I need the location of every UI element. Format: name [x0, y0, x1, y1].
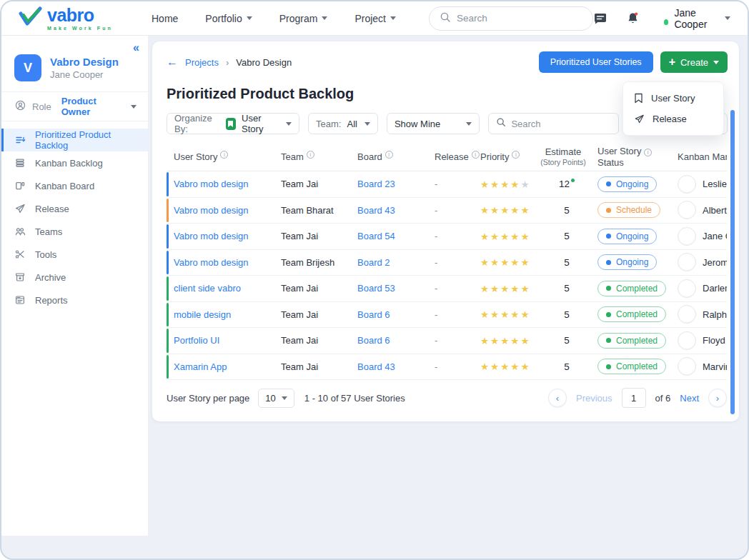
- chevron-down-icon: [282, 396, 287, 400]
- next-page-circle-button[interactable]: ›: [708, 389, 727, 407]
- avatar: [678, 201, 696, 219]
- user-menu[interactable]: Jane Cooper: [664, 7, 730, 30]
- priority-stars[interactable]: [480, 179, 531, 190]
- sidebar-item-release[interactable]: Release: [1, 197, 148, 220]
- nav-project[interactable]: Project: [354, 13, 396, 24]
- global-search-input[interactable]: [457, 13, 582, 24]
- create-menu-user-story[interactable]: User Story: [623, 88, 723, 109]
- status-badge[interactable]: Completed: [597, 306, 666, 322]
- sidebar-item-archive[interactable]: Archive: [1, 266, 148, 289]
- sidebar-collapse-icon[interactable]: «: [133, 41, 139, 54]
- user-story-link[interactable]: Vabro mob design: [174, 205, 249, 216]
- next-link[interactable]: Next: [680, 393, 699, 404]
- nav-program[interactable]: Program: [279, 13, 328, 24]
- table-row[interactable]: Portfolio UI Team Jai Board 6 - 5 Comple…: [167, 328, 727, 354]
- board-link[interactable]: Board 54: [357, 231, 395, 241]
- table-search-input[interactable]: [511, 119, 611, 129]
- user-story-link[interactable]: Portfolio UI: [174, 335, 219, 346]
- sidebar-item-reports[interactable]: Reports: [1, 289, 148, 311]
- table-row[interactable]: Vabro mob design Team Bharat Board 43 - …: [167, 198, 727, 224]
- status-badge[interactable]: Completed: [597, 333, 666, 349]
- priority-stars[interactable]: [480, 361, 531, 372]
- status-badge[interactable]: Ongoing: [597, 229, 657, 244]
- sidebar-item-prioritized-product-backlog[interactable]: Prioritized Product Backlog: [1, 129, 148, 151]
- user-story-link[interactable]: mobile design: [174, 309, 231, 320]
- priority-stars[interactable]: [480, 335, 531, 346]
- user-story-link[interactable]: client side vabro: [174, 283, 241, 294]
- create-button[interactable]: + Create: [660, 51, 728, 73]
- table-row[interactable]: client side vabro Team Jai Board 53 - 5 …: [167, 276, 727, 302]
- project-block[interactable]: V Vabro Design Jane Cooper: [1, 36, 148, 91]
- vertical-scrollbar[interactable]: [730, 110, 735, 414]
- estimate-value: 5: [564, 335, 570, 346]
- role-selector[interactable]: Role Product Owner: [1, 91, 148, 121]
- table-row[interactable]: Vabro mob design Team Jai Board 23 - 12 …: [167, 171, 727, 198]
- per-page-select[interactable]: 10: [258, 389, 294, 408]
- search-icon: [440, 11, 451, 26]
- board-link[interactable]: Board 2: [357, 257, 390, 268]
- status-badge[interactable]: Ongoing: [597, 176, 657, 192]
- info-icon[interactable]: [307, 151, 314, 159]
- row-accent-bar: [167, 276, 169, 301]
- vabro-logo[interactable]: vabro Make Work Fun: [19, 6, 133, 31]
- priority-stars[interactable]: [480, 283, 531, 294]
- status-badge[interactable]: Completed: [597, 359, 666, 374]
- table-search[interactable]: [488, 113, 619, 134]
- sidebar-item-kanban-backlog[interactable]: Kanban Backlog: [1, 151, 148, 174]
- info-icon[interactable]: [385, 151, 393, 159]
- row-accent-bar: [167, 355, 169, 379]
- info-icon[interactable]: [644, 149, 652, 156]
- manager-name: Darlene Ro: [703, 283, 727, 294]
- brand-tagline: Make Work Fun: [47, 26, 113, 31]
- priority-stars[interactable]: [480, 309, 531, 320]
- page-number-input[interactable]: [622, 388, 646, 408]
- info-icon[interactable]: [220, 151, 228, 159]
- board-link[interactable]: Board 43: [357, 361, 395, 372]
- messages-icon[interactable]: [593, 12, 607, 25]
- team-dropdown[interactable]: Team: All: [308, 113, 378, 134]
- status-badge[interactable]: Completed: [597, 281, 666, 296]
- user-story-link[interactable]: Vabro mob design: [174, 257, 249, 268]
- prioritized-user-stories-button[interactable]: Prioritized User Stories: [539, 51, 653, 73]
- previous-link[interactable]: Previous: [576, 393, 612, 404]
- status-badge[interactable]: Ongoing: [597, 254, 657, 270]
- table-row[interactable]: Xamarin App Team Jai Board 43 - 5 Comple…: [167, 354, 727, 381]
- board-link[interactable]: Board 23: [357, 179, 395, 189]
- organize-by-dropdown[interactable]: Organize By: User Story: [167, 113, 299, 134]
- status-dot: [606, 312, 611, 317]
- priority-stars[interactable]: [480, 231, 531, 242]
- board-link[interactable]: Board 53: [357, 283, 395, 294]
- user-story-link[interactable]: Vabro mob design: [174, 231, 249, 241]
- notifications-bell-icon[interactable]: [626, 11, 640, 26]
- sidebar-menu: Prioritized Product Backlog Kanban Backl…: [1, 121, 148, 311]
- board-link[interactable]: Board 43: [357, 205, 395, 216]
- global-search[interactable]: [429, 6, 593, 31]
- manager-name: Marvin Mc: [703, 361, 727, 372]
- person-circle-icon: [14, 99, 26, 114]
- user-story-link[interactable]: Vabro mob design: [174, 179, 249, 189]
- plus-icon: +: [669, 56, 675, 68]
- back-arrow-icon[interactable]: ←: [167, 56, 178, 68]
- pagination-range-text: 1 - 10 of 57 User Stories: [304, 393, 405, 404]
- info-icon[interactable]: [512, 151, 520, 159]
- user-story-link[interactable]: Xamarin App: [174, 361, 227, 372]
- create-menu-release[interactable]: Release: [623, 109, 723, 129]
- priority-stars[interactable]: [480, 256, 531, 268]
- sidebar-item-kanban-board[interactable]: Kanban Board: [1, 174, 148, 197]
- table-row[interactable]: Vabro mob design Team Brijesh Board 2 - …: [167, 250, 727, 276]
- sidebar-item-tools[interactable]: Tools: [1, 243, 148, 266]
- sidebar-item-teams[interactable]: Teams: [1, 220, 148, 243]
- breadcrumb-projects-link[interactable]: Projects: [185, 57, 219, 68]
- board-link[interactable]: Board 6: [357, 309, 390, 320]
- table-row[interactable]: mobile design Team Jai Board 6 - 5 Compl…: [167, 302, 727, 329]
- nav-home[interactable]: Home: [152, 13, 178, 24]
- estimate-value: 5: [564, 257, 570, 268]
- table-row[interactable]: Vabro mob design Team Jai Board 54 - 5 O…: [167, 224, 727, 250]
- show-mine-dropdown[interactable]: Show Mine: [387, 113, 480, 134]
- previous-page-circle-button[interactable]: ‹: [548, 389, 567, 407]
- user-story-bookmark-icon: [226, 118, 236, 130]
- nav-portfolio[interactable]: Portfolio: [205, 13, 252, 24]
- status-badge[interactable]: Schedule: [597, 202, 660, 218]
- priority-stars[interactable]: [480, 204, 531, 216]
- board-link[interactable]: Board 6: [357, 335, 390, 346]
